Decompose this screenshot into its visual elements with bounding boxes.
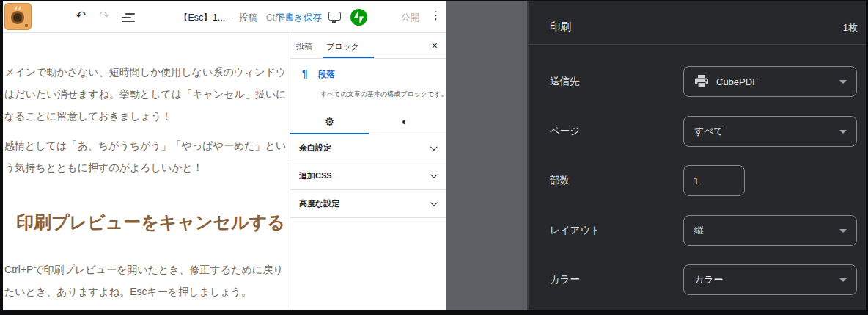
block-name: 段落: [318, 69, 335, 80]
layout-row: レイアウト 縦: [529, 215, 866, 246]
tab-block[interactable]: ブロック: [326, 41, 359, 52]
settings-tab-icon[interactable]: ⚙: [325, 115, 334, 128]
section-margin-settings[interactable]: 余白設定: [290, 134, 446, 162]
destination-select[interactable]: CubePDF: [683, 66, 857, 97]
caret-down-icon: [839, 229, 847, 233]
pages-row: ページ すべて: [529, 116, 866, 147]
destination-label: 送信先: [550, 75, 580, 88]
layout-value: 縦: [694, 224, 704, 237]
editor-canvas[interactable]: メインで動かさない、短時間しか使用しない系のウィンドウはだいたい消せますね。挙動…: [3, 34, 290, 310]
steam-decoration: [18, 6, 21, 10]
pages-select[interactable]: すべて: [683, 116, 857, 147]
color-value: カラー: [694, 273, 724, 286]
document-title: 【Esc】1... · 投稿 Ctrl+K: [179, 12, 292, 24]
section-label: 高度な設定: [299, 198, 339, 209]
styles-tab-icon[interactable]: ◐: [402, 116, 408, 127]
color-row: カラー カラー: [529, 264, 866, 295]
post-type-label: 投稿: [239, 12, 257, 23]
color-select[interactable]: カラー: [683, 264, 857, 295]
preview-icon[interactable]: [328, 12, 341, 21]
title-separator: ·: [231, 12, 234, 23]
chevron-down-icon: [430, 199, 438, 206]
copies-label: 部数: [550, 174, 570, 187]
active-tab-indicator: [323, 57, 374, 59]
color-label: カラー: [550, 273, 580, 286]
caret-down-icon: [839, 80, 847, 84]
section-additional-css[interactable]: 追加CSS: [290, 162, 446, 190]
settings-sidebar: 投稿 ブロック × ¶ 段落 すべての文章の基本の構成ブロックです。 ⚙ ◐: [290, 33, 446, 310]
pages-value: すべて: [694, 125, 724, 138]
pages-label: ページ: [550, 125, 580, 138]
block-description: すべての文章の基本の構成ブロックです。: [320, 90, 441, 99]
destination-row: 送信先 CubePDF: [529, 66, 866, 97]
close-icon[interactable]: ×: [432, 40, 438, 51]
paragraph-block[interactable]: Ctrl+Pで印刷プレビューを開いたとき、修正するために戻りたいとき、ありますよ…: [4, 258, 287, 303]
editor-toolbar: ↶ ↷ 【Esc】1... · 投稿 Ctrl+K 下書き保存: [3, 1, 446, 33]
inspector-sections: 余白設定 追加CSS 高度な設定: [290, 134, 446, 218]
destination-value: CubePDF: [716, 76, 758, 87]
block-card: ¶ 段落: [290, 66, 446, 84]
copies-input[interactable]: [683, 165, 745, 196]
copies-row: 部数: [529, 165, 866, 196]
caret-down-icon: [839, 130, 847, 134]
publish-button[interactable]: 公開: [401, 12, 419, 24]
section-label: 余白設定: [299, 142, 331, 153]
options-menu-icon[interactable]: ⋮: [430, 9, 441, 22]
document-title-text: 【Esc】1...: [179, 12, 225, 23]
section-label: 追加CSS: [299, 170, 332, 181]
paragraph-block[interactable]: 感情としては「あ、ちがうちがう」「やっぱやーめた」という気持ちとともに押すのがよ…: [4, 134, 287, 178]
browser-window-frame: ↶ ↷ 【Esc】1... · 投稿 Ctrl+K 下書き保存: [0, 0, 868, 315]
sheet-count: 1枚: [843, 21, 858, 35]
document-overview-icon[interactable]: [122, 13, 135, 22]
steam-decoration: [15, 6, 18, 10]
chevron-down-icon: [430, 171, 438, 178]
print-preview-backdrop: [446, 1, 527, 310]
layout-label: レイアウト: [550, 224, 600, 237]
caret-down-icon: [839, 278, 847, 282]
coffee-cup-icon: [11, 11, 24, 24]
print-dialog: 印刷 1枚 送信先 CubePDF: [527, 1, 866, 310]
site-icon[interactable]: [4, 3, 32, 30]
chevron-down-icon: [430, 143, 438, 151]
heading-block[interactable]: 印刷プレビューをキャンセルする: [16, 210, 285, 235]
printer-icon: [694, 75, 709, 88]
wordpress-editor: ↶ ↷ 【Esc】1... · 投稿 Ctrl+K 下書き保存: [3, 1, 446, 310]
save-draft-button[interactable]: 下書き保存: [276, 12, 322, 24]
paragraph-block[interactable]: メインで動かさない、短時間しか使用しない系のウィンドウはだいたい消せますね。挙動…: [4, 61, 287, 127]
section-advanced-settings[interactable]: 高度な設定: [290, 190, 446, 218]
jetpack-icon[interactable]: [350, 9, 367, 26]
tab-post[interactable]: 投稿: [296, 41, 312, 52]
speck-decoration: [25, 24, 28, 27]
paragraph-block-icon: ¶: [302, 68, 308, 79]
print-dialog-title: 印刷: [550, 20, 571, 34]
layout-select[interactable]: 縦: [683, 215, 857, 246]
undo-icon[interactable]: ↶: [76, 8, 86, 24]
sidebar-tab-bar: 投稿 ブロック ×: [290, 33, 446, 59]
inspector-view-tabs: ⚙ ◐: [290, 111, 446, 134]
redo-icon[interactable]: ↷: [99, 8, 109, 24]
divider: [529, 44, 866, 45]
window-content: ↶ ↷ 【Esc】1... · 投稿 Ctrl+K 下書き保存: [3, 1, 866, 310]
